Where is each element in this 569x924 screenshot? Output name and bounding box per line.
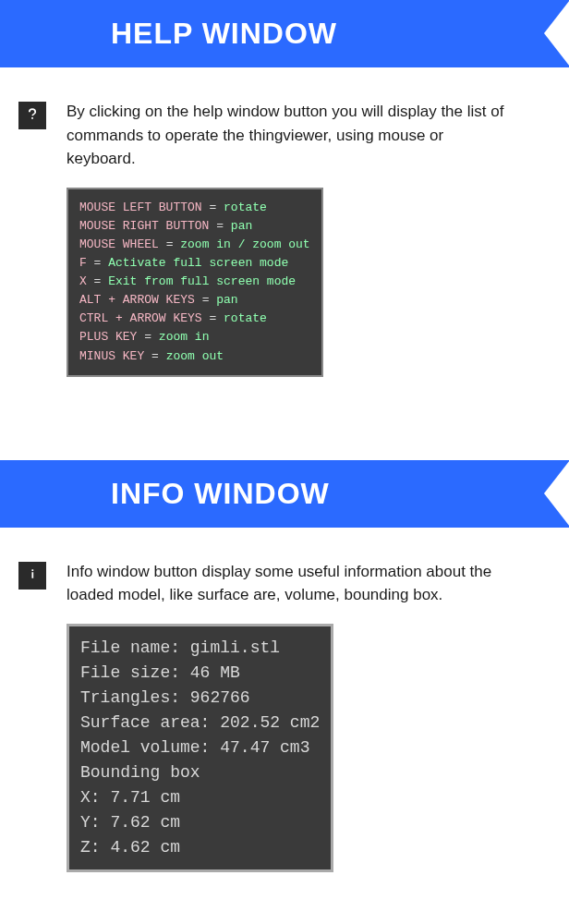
command-key: MOUSE WHEEL xyxy=(79,237,159,251)
command-line: CTRL + ARROW KEYS = rotate xyxy=(79,310,310,328)
command-key: MOUSE RIGHT BUTTON xyxy=(79,219,209,233)
equals-sign: = xyxy=(195,293,216,307)
help-banner: HELP WINDOW xyxy=(0,0,569,67)
info-line: File name: gimli.stl xyxy=(80,636,320,661)
info-line: Bounding box xyxy=(80,760,320,785)
info-title: INFO WINDOW xyxy=(111,477,330,510)
command-line: F = Activate full screen mode xyxy=(79,254,310,273)
command-key: PLUS KEY xyxy=(79,330,137,344)
info-line: Y: 7.62 cm xyxy=(80,810,320,835)
equals-sign: = xyxy=(202,311,224,325)
info-line: Triangles: 962766 xyxy=(80,686,320,711)
command-key: ALT + ARROW KEYS xyxy=(79,293,195,307)
command-value: zoom in xyxy=(159,330,210,344)
info-description-col: Info window button display some useful i… xyxy=(67,560,514,872)
command-value: pan xyxy=(231,219,252,233)
command-key: X xyxy=(79,274,87,288)
command-line: MOUSE WHEEL = zoom in / zoom out xyxy=(79,236,310,254)
command-line: MINUS KEY = zoom out xyxy=(79,347,310,366)
command-value: rotate xyxy=(224,311,267,325)
command-value: Activate full screen mode xyxy=(108,256,288,270)
equals-sign: = xyxy=(87,274,108,288)
command-value: zoom in / zoom out xyxy=(180,237,309,251)
equals-sign: = xyxy=(137,330,158,344)
equals-sign: = xyxy=(202,201,224,214)
equals-sign: = xyxy=(87,256,108,270)
command-key: F xyxy=(79,256,87,270)
command-line: PLUS KEY = zoom in xyxy=(79,328,310,346)
command-value: zoom out xyxy=(166,349,224,363)
info-line: Z: 4.62 cm xyxy=(80,835,320,860)
info-icon xyxy=(26,567,39,584)
command-key: MOUSE LEFT BUTTON xyxy=(79,201,202,214)
command-value: pan xyxy=(216,293,237,307)
help-description-col: By clicking on the help window button yo… xyxy=(67,100,514,377)
help-description: By clicking on the help window button yo… xyxy=(67,100,514,171)
info-description: Info window button display some useful i… xyxy=(67,560,514,607)
info-terminal: File name: gimli.stlFile size: 46 MBTria… xyxy=(67,624,333,872)
help-title: HELP WINDOW xyxy=(111,17,337,50)
equals-sign: = xyxy=(209,219,230,233)
question-icon xyxy=(26,107,39,124)
help-commands-terminal: MOUSE LEFT BUTTON = rotateMOUSE RIGHT BU… xyxy=(67,188,323,377)
info-line: Surface area: 202.52 cm2 xyxy=(80,711,320,736)
info-line: X: 7.71 cm xyxy=(80,785,320,810)
help-content: By clicking on the help window button yo… xyxy=(0,100,569,377)
equals-sign: = xyxy=(144,349,165,363)
info-content: Info window button display some useful i… xyxy=(0,560,569,872)
command-key: CTRL + ARROW KEYS xyxy=(79,311,202,325)
command-line: ALT + ARROW KEYS = pan xyxy=(79,291,310,310)
command-value: rotate xyxy=(224,201,267,214)
equals-sign: = xyxy=(159,237,180,251)
help-icon-button[interactable] xyxy=(18,102,46,129)
command-value: Exit from full screen mode xyxy=(108,274,296,288)
command-line: MOUSE RIGHT BUTTON = pan xyxy=(79,217,310,236)
info-icon-button[interactable] xyxy=(18,562,46,590)
info-line: File size: 46 MB xyxy=(80,661,320,686)
command-line: X = Exit from full screen mode xyxy=(79,273,310,291)
command-key: MINUS KEY xyxy=(79,349,144,363)
command-line: MOUSE LEFT BUTTON = rotate xyxy=(79,199,310,217)
info-banner: INFO WINDOW xyxy=(0,460,569,528)
info-line: Model volume: 47.47 cm3 xyxy=(80,736,320,760)
